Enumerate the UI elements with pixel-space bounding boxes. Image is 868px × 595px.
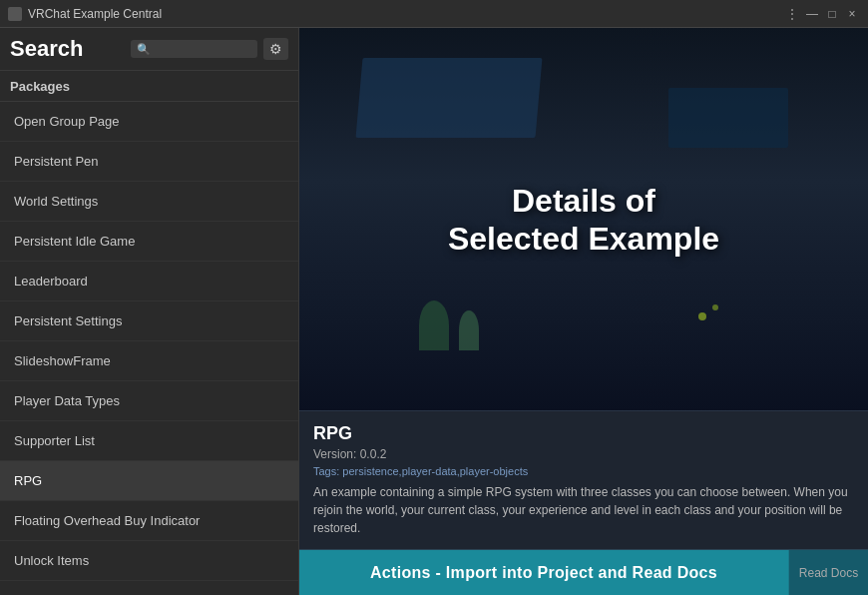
list-item-slideshow-frame[interactable]: SlideshowFrame [0, 341, 298, 381]
search-input[interactable] [154, 42, 251, 56]
package-list: Open Group PagePersistent PenWorld Setti… [0, 102, 298, 595]
left-panel: Search 🔍 ⚙ Packages Open Group PagePersi… [0, 28, 299, 595]
list-item-world-settings[interactable]: World Settings [0, 182, 298, 222]
scene-element-4 [459, 310, 479, 350]
list-item-floating-overhead[interactable]: Floating Overhead Buy Indicator [0, 501, 298, 541]
list-item-persistent-idle-game[interactable]: Persistent Idle Game [0, 222, 298, 262]
minimize-button[interactable]: — [804, 6, 820, 22]
details-section: RPG Version: 0.0.2 Tags: persistence,pla… [299, 410, 868, 549]
title-bar-left: VRChat Example Central [8, 7, 162, 21]
list-item-rpg[interactable]: RPG [0, 461, 298, 501]
search-title: Search [10, 36, 125, 62]
scene-element-6 [712, 304, 718, 310]
list-item-persistent-pen[interactable]: Persistent Pen [0, 142, 298, 182]
search-header: Search 🔍 ⚙ [0, 28, 298, 71]
detail-description: An example containing a simple RPG syste… [313, 483, 854, 537]
action-bar: Actions - Import into Project and Read D… [299, 549, 868, 595]
preview-overlay: Details of Selected Example [448, 181, 719, 258]
app-icon [8, 7, 22, 21]
preview-line2: Selected Example [448, 220, 719, 258]
import-action-button[interactable]: Actions - Import into Project and Read D… [299, 550, 788, 595]
detail-version: Version: 0.0.2 [313, 447, 854, 461]
preview-line1: Details of [448, 181, 719, 219]
scene-element-2 [668, 88, 788, 148]
window-controls: ⋮ — □ × [784, 6, 860, 22]
detail-title: RPG [313, 423, 854, 444]
list-item-player-data-types[interactable]: Player Data Types [0, 381, 298, 421]
packages-tab: Packages [0, 71, 298, 102]
search-settings-button[interactable]: ⚙ [263, 38, 288, 60]
scene-element-3 [419, 300, 449, 350]
search-input-wrapper: 🔍 [131, 40, 257, 58]
list-item-leaderboard[interactable]: Leaderboard [0, 262, 298, 301]
list-item-open-group-page[interactable]: Open Group Page [0, 102, 298, 142]
detail-tags: Tags: persistence,player-data,player-obj… [313, 465, 854, 477]
close-button[interactable]: × [844, 6, 860, 22]
packages-label: Packages [10, 79, 70, 94]
list-item-unlock-items[interactable]: Unlock Items [0, 541, 298, 581]
title-bar: VRChat Example Central ⋮ — □ × [0, 0, 868, 28]
scene-element-5 [698, 312, 706, 320]
main-content: Search 🔍 ⚙ Packages Open Group PagePersi… [0, 28, 868, 595]
search-icon: 🔍 [137, 43, 151, 56]
window-title: VRChat Example Central [28, 7, 162, 21]
maximize-button[interactable]: □ [824, 6, 840, 22]
list-item-supporter-list[interactable]: Supporter List [0, 421, 298, 461]
preview-image: Details of Selected Example [299, 28, 868, 410]
right-panel: Details of Selected Example RPG Version:… [299, 28, 868, 595]
scene-element-1 [356, 58, 543, 138]
read-docs-button[interactable]: Read Docs [788, 550, 868, 595]
list-item-persist-settings[interactable]: Persistent Settings [0, 301, 298, 341]
menu-button[interactable]: ⋮ [784, 6, 800, 22]
